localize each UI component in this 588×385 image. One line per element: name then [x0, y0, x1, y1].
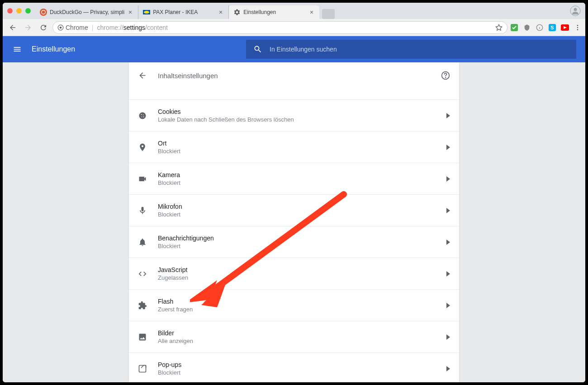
- microphone-icon: [138, 206, 147, 215]
- svg-point-23: [143, 114, 144, 115]
- tab-strip: DuckDuckGo — Privacy, simpli × PAX Plane…: [35, 3, 570, 19]
- tab-title: Einstellungen: [243, 9, 306, 15]
- close-window-button[interactable]: [7, 8, 13, 14]
- extension-info-icon[interactable]: [536, 23, 544, 32]
- search-input[interactable]: [270, 46, 569, 53]
- chrome-chip: Chrome: [57, 24, 88, 31]
- row-title: Cookies: [158, 108, 436, 115]
- header-title: Einstellungen: [32, 45, 75, 53]
- settings-row-images[interactable]: Bilder Alle anzeigen: [129, 321, 459, 352]
- extension-youtube-icon[interactable]: [561, 23, 569, 32]
- browser-window: DuckDuckGo — Privacy, simpli × PAX Plane…: [3, 3, 585, 382]
- traffic-lights: [7, 8, 31, 14]
- settings-row-flash[interactable]: Flash Zuerst fragen: [129, 289, 459, 321]
- settings-panel: Inhaltseinstellungen Cookies Lokale Date…: [129, 62, 459, 382]
- tab-duckduckgo[interactable]: DuckDuckGo — Privacy, simpli ×: [35, 5, 138, 19]
- menu-button[interactable]: [574, 23, 582, 32]
- extension-icons: S: [510, 23, 582, 32]
- row-text: Bilder Alle anzeigen: [158, 329, 436, 344]
- extension-checkmark-icon[interactable]: [510, 23, 518, 32]
- svg-point-2: [42, 11, 45, 14]
- tab-close-button[interactable]: ×: [127, 9, 133, 15]
- minimize-window-button[interactable]: [16, 8, 22, 14]
- settings-row-notifications[interactable]: Benachrichtigungen Blockiert: [129, 226, 459, 258]
- forward-button[interactable]: [22, 21, 34, 34]
- back-button[interactable]: [6, 21, 19, 34]
- svg-point-4: [144, 11, 149, 14]
- row-subtitle: Lokale Daten nach Schließen des Browsers…: [158, 116, 436, 123]
- row-subtitle: Zuerst fragen: [158, 306, 436, 313]
- row-text: Mikrofon Blockiert: [158, 203, 436, 218]
- extension-shield-icon[interactable]: [523, 23, 531, 32]
- row-title: Pop-ups: [158, 361, 436, 368]
- tab-settings[interactable]: Einstellungen ×: [229, 5, 319, 19]
- settings-row-location[interactable]: Ort Blockiert: [129, 131, 459, 163]
- row-subtitle: Zugelassen: [158, 274, 436, 281]
- svg-point-24: [142, 116, 142, 117]
- row-title: Kamera: [158, 171, 436, 178]
- reload-button[interactable]: [37, 21, 50, 34]
- row-text: Ort Blockiert: [158, 140, 436, 155]
- chevron-right-icon: [446, 176, 450, 182]
- new-tab-button[interactable]: [322, 9, 335, 19]
- row-subtitle: Blockiert: [158, 148, 436, 155]
- settings-list: Cookies Lokale Daten nach Schließen des …: [129, 99, 459, 382]
- settings-search[interactable]: [246, 40, 576, 59]
- maximize-window-button[interactable]: [25, 8, 31, 14]
- row-text: Kamera Blockiert: [158, 171, 436, 186]
- chevron-right-icon: [446, 334, 450, 340]
- row-text: Pop-ups Blockiert: [158, 361, 436, 376]
- hamburger-menu-icon[interactable]: [12, 44, 23, 55]
- svg-point-20: [446, 77, 446, 78]
- tab-close-button[interactable]: ×: [218, 9, 224, 15]
- address-bar[interactable]: Chrome | chrome://settings/content: [52, 21, 507, 34]
- svg-point-25: [143, 116, 144, 117]
- search-icon: [253, 45, 262, 54]
- row-subtitle: Alle anzeigen: [158, 338, 436, 344]
- gear-icon: [233, 9, 241, 16]
- extension-skype-icon[interactable]: S: [548, 23, 556, 32]
- cookie-icon: [138, 111, 147, 120]
- code-icon: [138, 269, 147, 278]
- settings-row-cookies[interactable]: Cookies Lokale Daten nach Schließen des …: [129, 99, 459, 131]
- titlebar: DuckDuckGo — Privacy, simpli × PAX Plane…: [3, 3, 585, 19]
- svg-text:S: S: [550, 25, 554, 30]
- image-icon: [138, 333, 147, 342]
- bookmark-star-icon[interactable]: [495, 24, 503, 31]
- row-title: JavaScript: [158, 266, 436, 273]
- row-text: Flash Zuerst fragen: [158, 298, 436, 313]
- svg-point-22: [141, 114, 142, 115]
- settings-row-javascript[interactable]: JavaScript Zugelassen: [129, 258, 459, 289]
- tab-close-button[interactable]: ×: [308, 9, 315, 15]
- row-title: Ort: [158, 140, 436, 147]
- svg-point-21: [139, 112, 146, 119]
- row-subtitle: Blockiert: [158, 211, 436, 218]
- row-title: Benachrichtigungen: [158, 235, 436, 242]
- svg-point-6: [574, 8, 577, 11]
- settings-row-popups[interactable]: Pop-ups Blockiert: [129, 352, 459, 382]
- settings-row-microphone[interactable]: Mikrofon Blockiert: [129, 194, 459, 226]
- svg-point-16: [577, 25, 579, 26]
- camera-icon: [138, 174, 147, 183]
- svg-point-18: [577, 29, 579, 30]
- row-subtitle: Blockiert: [158, 179, 436, 186]
- location-icon: [138, 143, 147, 152]
- settings-row-camera[interactable]: Kamera Blockiert: [129, 163, 459, 194]
- panel-back-button[interactable]: [138, 71, 147, 80]
- row-text: Benachrichtigungen Blockiert: [158, 235, 436, 249]
- titlebar-right: [570, 5, 581, 16]
- settings-header: Einstellungen: [3, 36, 585, 62]
- scroll-area: Inhaltseinstellungen Cookies Lokale Date…: [3, 62, 585, 382]
- chevron-right-icon: [446, 113, 450, 118]
- toolbar: Chrome | chrome://settings/content S: [3, 19, 585, 36]
- chevron-right-icon: [446, 366, 450, 371]
- help-icon[interactable]: [441, 71, 450, 80]
- content-area: Einstellungen Inhaltseinstellungen: [3, 36, 585, 382]
- tab-ikea[interactable]: PAX Planer - IKEA ×: [138, 5, 229, 19]
- row-subtitle: Blockiert: [158, 243, 436, 249]
- profile-avatar-icon[interactable]: [570, 5, 581, 16]
- svg-point-17: [577, 27, 579, 28]
- duckduckgo-favicon: [40, 9, 47, 16]
- popup-icon: [138, 364, 147, 373]
- tab-title: PAX Planer - IKEA: [153, 9, 215, 15]
